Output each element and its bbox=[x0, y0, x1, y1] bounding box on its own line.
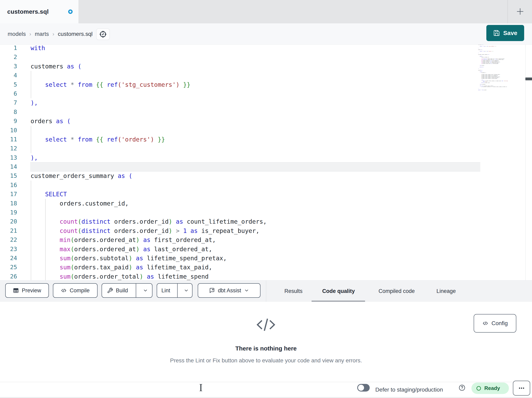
empty-state-subtitle: Press the Lint or Fix button above to ev… bbox=[0, 357, 532, 364]
tab-title: customers.sql bbox=[7, 8, 49, 15]
code-line[interactable]: customers as ( bbox=[31, 62, 267, 71]
line-number: 11 bbox=[0, 135, 17, 144]
code-icon bbox=[61, 287, 67, 294]
defer-label: Defer to staging/production bbox=[375, 382, 443, 397]
tab-code-quality[interactable]: Code quality bbox=[319, 281, 358, 302]
code-line[interactable] bbox=[31, 162, 267, 171]
breadcrumb-models[interactable]: models bbox=[8, 31, 26, 37]
tab-results[interactable]: Results bbox=[283, 281, 304, 302]
code-line[interactable]: sum(orders.tax_paid) as lifetime_tax_pai… bbox=[31, 263, 267, 272]
code-quality-panel: There is nothing here Press the Lint or … bbox=[0, 302, 532, 382]
line-number: 13 bbox=[0, 153, 17, 162]
line-number: 14 bbox=[0, 162, 17, 171]
editor-scrollbar-thumb[interactable] bbox=[525, 78, 532, 80]
code-editor[interactable]: 1234567891011121314151617181920212223242… bbox=[0, 45, 532, 280]
lint-split-button: Lint bbox=[157, 283, 192, 298]
lint-button-divider bbox=[177, 284, 177, 297]
code-line[interactable] bbox=[31, 181, 267, 190]
code-line[interactable]: SELECT bbox=[31, 190, 267, 199]
build-button[interactable]: Build bbox=[102, 284, 133, 297]
code-line[interactable]: ), bbox=[31, 153, 267, 162]
code-line[interactable] bbox=[31, 89, 267, 98]
lint-dropdown-button[interactable] bbox=[180, 284, 192, 297]
chevron-down-icon bbox=[143, 288, 148, 293]
status-label: Ready bbox=[484, 385, 500, 391]
save-icon bbox=[493, 30, 500, 36]
empty-state-title: There is nothing here bbox=[0, 345, 532, 352]
line-number: 7 bbox=[0, 98, 17, 107]
code-line[interactable] bbox=[31, 71, 267, 80]
file-header-row: models › marts › customers.sql Save bbox=[0, 23, 532, 45]
line-number: 22 bbox=[0, 235, 17, 244]
build-dropdown-button[interactable] bbox=[139, 284, 152, 297]
status-badge: Ready bbox=[471, 383, 509, 394]
code-line[interactable]: max(orders.ordered_at) as last_ordered_a… bbox=[31, 245, 267, 254]
preview-button[interactable]: Preview bbox=[5, 283, 49, 298]
code-line[interactable] bbox=[31, 144, 267, 153]
ellipsis-icon bbox=[518, 385, 525, 391]
breadcrumb-marts[interactable]: marts bbox=[35, 31, 49, 37]
code-line[interactable]: ), bbox=[31, 98, 267, 107]
toggle-knob bbox=[358, 385, 364, 391]
tab-lineage-label: Lineage bbox=[437, 288, 456, 294]
plus-icon bbox=[516, 7, 525, 16]
line-number: 18 bbox=[0, 199, 17, 208]
line-number: 19 bbox=[0, 208, 17, 217]
minimap[interactable]: with customers as ( select * from {{ ref… bbox=[478, 45, 510, 93]
line-number: 4 bbox=[0, 71, 17, 80]
code-line[interactable]: count(distinct orders.order_id) > 1 as i… bbox=[31, 226, 267, 235]
compile-button[interactable]: Compile bbox=[53, 283, 98, 298]
code-line[interactable] bbox=[31, 126, 267, 135]
compile-label: Compile bbox=[70, 287, 89, 294]
unsaved-changes-indicator bbox=[68, 9, 73, 14]
code-line[interactable]: on customers.customer_id = customer_orde… bbox=[478, 86, 510, 87]
compass-icon bbox=[99, 30, 107, 38]
code-line[interactable] bbox=[31, 107, 267, 117]
dbt-assist-label: dbt Assist bbox=[218, 287, 241, 294]
code-line[interactable]: select * from {{ ref('stg_customers') }} bbox=[31, 80, 267, 89]
save-label: Save bbox=[503, 30, 517, 36]
code-line[interactable]: select * from joined bbox=[478, 90, 510, 90]
dbt-cloud-ide-window: customers.sql models › marts › customers… bbox=[0, 0, 532, 398]
status-bar: I Defer to staging/production Ready bbox=[0, 382, 532, 397]
code-line[interactable] bbox=[31, 52, 267, 62]
code-line[interactable] bbox=[31, 208, 267, 217]
code-line[interactable]: min(orders.ordered_at) as first_ordered_… bbox=[31, 235, 267, 244]
line-number: 26 bbox=[0, 272, 17, 280]
table-icon bbox=[13, 287, 19, 294]
new-tab-button[interactable] bbox=[515, 7, 525, 17]
code-line[interactable]: select * from {{ ref('orders') }} bbox=[31, 135, 267, 144]
code-line[interactable]: customer_orders_summary as ( bbox=[31, 171, 267, 180]
code-line[interactable]: with bbox=[31, 45, 267, 52]
line-number: 25 bbox=[0, 263, 17, 272]
more-options-button[interactable] bbox=[513, 381, 530, 396]
help-icon[interactable] bbox=[459, 384, 465, 391]
tab-customers-sql[interactable]: customers.sql bbox=[0, 0, 78, 23]
wrench-icon bbox=[107, 287, 113, 294]
lint-button[interactable]: Lint bbox=[157, 284, 174, 297]
code-line[interactable]: count(distinct orders.order_id) as count… bbox=[31, 217, 267, 226]
line-number: 5 bbox=[0, 80, 17, 89]
line-number: 3 bbox=[0, 62, 17, 71]
line-number: 20 bbox=[0, 217, 17, 226]
line-number: 6 bbox=[0, 89, 17, 98]
defer-toggle[interactable] bbox=[357, 384, 370, 391]
gutter: 1234567891011121314151617181920212223242… bbox=[0, 45, 17, 280]
status-circle-icon bbox=[476, 385, 481, 391]
line-number: 8 bbox=[0, 107, 17, 117]
code-line[interactable]: orders as ( bbox=[31, 117, 267, 126]
tab-compiled-code-label: Compiled code bbox=[379, 288, 415, 294]
tab-compiled-code[interactable]: Compiled code bbox=[374, 281, 419, 302]
preview-label: Preview bbox=[22, 287, 41, 294]
tab-lineage[interactable]: Lineage bbox=[434, 281, 458, 302]
dbt-assist-button[interactable]: dbt Assist bbox=[198, 283, 260, 298]
breadcrumb-separator: › bbox=[29, 31, 31, 37]
save-button[interactable]: Save bbox=[486, 25, 524, 41]
code-line[interactable]: sum(orders.subtotal) as lifetime_spend_p… bbox=[31, 254, 267, 263]
config-button[interactable]: Config bbox=[474, 314, 516, 333]
line-number: 15 bbox=[0, 171, 17, 180]
ide-navigate-button[interactable] bbox=[96, 28, 110, 40]
code-line[interactable]: sum(orders.order_total) as lifetime_spen… bbox=[31, 272, 267, 280]
code-line[interactable]: orders.customer_id, bbox=[31, 199, 267, 208]
config-label: Config bbox=[492, 320, 508, 326]
